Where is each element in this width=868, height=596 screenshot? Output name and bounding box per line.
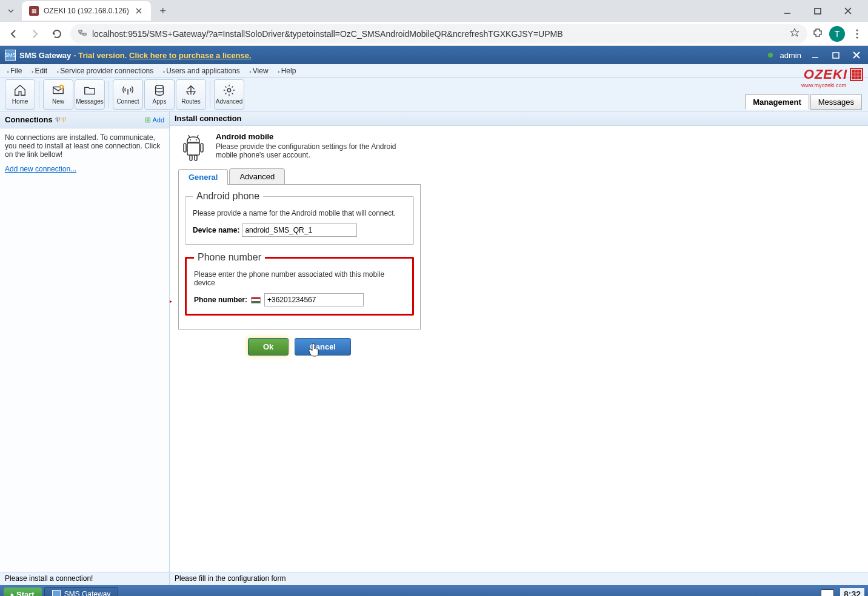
gear-icon xyxy=(222,84,236,97)
url-bar[interactable]: localhost:9515/SMS+Gateway/?a=InstallSol… xyxy=(70,24,807,44)
phone-number-fieldset: Phone number Please enter the phone numb… xyxy=(185,252,414,316)
toolbar-advanced-button[interactable]: Advanced xyxy=(214,79,244,110)
tab-dropdown-icon[interactable] xyxy=(5,5,17,17)
logo-text: OZEKI xyxy=(804,67,847,82)
status-dot-icon xyxy=(768,53,773,58)
install-title: Android mobile xyxy=(216,132,398,141)
nav-reload-icon[interactable] xyxy=(48,25,65,42)
android-icon xyxy=(178,132,209,162)
menu-service-provider[interactable]: Service provider connections xyxy=(52,65,158,76)
android-phone-legend: Android phone xyxy=(193,191,263,202)
tab-messages[interactable]: Messages xyxy=(810,94,862,110)
keyboard-icon[interactable] xyxy=(821,589,834,596)
svg-point-3 xyxy=(856,29,858,31)
license-link[interactable]: Click here to purchase a license. xyxy=(129,51,252,60)
home-icon xyxy=(13,84,27,97)
taskbar-sms-gateway[interactable]: SMS Gateway xyxy=(44,587,119,596)
window-maximize-icon[interactable] xyxy=(809,2,827,20)
app-maximize-icon[interactable] xyxy=(829,48,843,62)
svg-point-11 xyxy=(190,139,191,141)
phone-number-input[interactable] xyxy=(264,293,364,306)
cancel-button[interactable]: Cancel xyxy=(295,338,351,356)
svg-rect-2 xyxy=(83,33,86,35)
device-name-label: Device name: xyxy=(193,226,239,234)
svg-point-5 xyxy=(856,36,858,38)
svg-rect-6 xyxy=(833,53,839,58)
new-tab-button[interactable]: + xyxy=(155,2,172,19)
toolbar-connect-button[interactable]: Connect xyxy=(113,79,143,110)
taskbar-app-label: SMS Gateway xyxy=(64,590,111,596)
toolbar-home-label: Home xyxy=(12,98,28,105)
menu-help[interactable]: Help xyxy=(273,65,301,76)
toolbar-advanced-label: Advanced xyxy=(216,98,242,105)
antenna-icon xyxy=(121,84,135,97)
svg-rect-15 xyxy=(201,144,203,152)
menu-edit[interactable]: Edit xyxy=(27,65,52,76)
add-new-connection-link[interactable]: Add new connection... xyxy=(5,165,76,173)
svg-rect-13 xyxy=(187,143,199,155)
toolbar-separator xyxy=(109,81,109,108)
toolbar-routes-button[interactable]: Routes xyxy=(176,79,206,110)
taskbar-clock: 8:32 xyxy=(840,588,864,596)
toolbar-new-label: New xyxy=(52,98,64,105)
toolbar-connect-label: Connect xyxy=(116,98,139,105)
add-connection-link[interactable]: Add xyxy=(145,116,164,124)
tab-title: OZEKI 10 (192.168.0.126) xyxy=(44,7,129,15)
install-connection-header: Install connection xyxy=(170,111,868,126)
folder-icon xyxy=(83,84,96,97)
toolbar-home-button[interactable]: Home xyxy=(5,79,35,110)
phone-number-label: Phone number: xyxy=(194,296,247,304)
tab-favicon-icon: ▦ xyxy=(29,6,39,16)
install-description: Please provide the configuration setting… xyxy=(216,142,398,159)
profile-badge[interactable]: T xyxy=(829,26,845,42)
app-minimize-icon[interactable] xyxy=(809,48,822,62)
tab-close-icon[interactable] xyxy=(134,6,144,16)
browser-tab[interactable]: ▦ OZEKI 10 (192.168.0.126) xyxy=(22,1,151,21)
status-right: Please fill in the configuration form xyxy=(170,572,290,585)
chrome-menu-icon[interactable] xyxy=(851,29,863,39)
app-icon: SMS xyxy=(5,50,16,61)
bookmark-icon[interactable] xyxy=(789,27,800,40)
toolbar-new-button[interactable]: New xyxy=(43,79,73,110)
url-text: localhost:9515/SMS+Gateway/?a=InstallSol… xyxy=(92,29,784,39)
form-tab-general[interactable]: General xyxy=(178,169,228,185)
device-name-description: Please provide a name for the Android mo… xyxy=(193,209,406,217)
phone-number-legend: Phone number xyxy=(194,252,265,263)
toolbar-apps-button[interactable]: Apps xyxy=(144,79,175,110)
ok-button[interactable]: Ok xyxy=(248,338,289,356)
menu-view[interactable]: View xyxy=(245,65,273,76)
svg-rect-16 xyxy=(190,155,192,161)
window-close-icon[interactable] xyxy=(839,2,857,20)
connections-panel-title: Connections xyxy=(5,115,53,124)
device-name-input[interactable] xyxy=(242,224,357,237)
svg-point-4 xyxy=(856,33,858,35)
window-minimize-icon[interactable] xyxy=(778,2,796,20)
logo-grid-icon xyxy=(850,68,863,81)
nav-back-icon[interactable] xyxy=(5,25,22,42)
new-message-icon xyxy=(52,84,65,97)
extensions-icon[interactable] xyxy=(812,27,823,40)
form-tab-advanced[interactable]: Advanced xyxy=(229,168,285,184)
trial-label: - Trial version. xyxy=(73,51,127,60)
hungary-flag-icon xyxy=(251,297,261,303)
app-close-icon[interactable] xyxy=(850,48,863,62)
database-icon xyxy=(153,84,166,97)
start-button[interactable]: Start xyxy=(4,588,42,597)
taskbar-app-icon xyxy=(52,590,61,596)
android-phone-fieldset: Android phone Please provide a name for … xyxy=(185,191,414,245)
toolbar-separator xyxy=(210,81,210,108)
nav-forward-icon[interactable] xyxy=(27,25,44,42)
menu-file[interactable]: File xyxy=(2,65,27,76)
toolbar-messages-label: Messages xyxy=(76,98,104,105)
connections-panel-icon xyxy=(55,114,66,125)
tab-management[interactable]: Management xyxy=(745,94,809,110)
site-info-icon[interactable] xyxy=(78,28,87,39)
svg-point-12 xyxy=(196,139,197,141)
svg-rect-14 xyxy=(184,144,186,152)
toolbar-messages-button[interactable]: Messages xyxy=(75,79,105,110)
menu-users[interactable]: Users and applications xyxy=(158,65,244,76)
svg-rect-17 xyxy=(195,155,197,161)
status-left: Please install a connection! xyxy=(0,572,170,585)
svg-rect-0 xyxy=(815,8,821,14)
connections-empty-text: No connections are installed. To communi… xyxy=(5,133,164,159)
